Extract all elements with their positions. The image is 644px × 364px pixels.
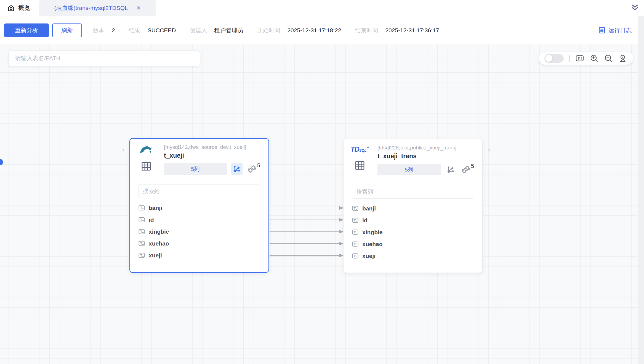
columns-count-badge[interactable]: 5列: [377, 164, 441, 175]
node-path: [tdsql228,test,public,t_xueji_trans]: [377, 145, 474, 151]
field-type-icon: [138, 204, 145, 211]
column-row[interactable]: banji: [138, 202, 260, 214]
creator-value: 租户管理员: [214, 27, 243, 34]
header-divider: [158, 144, 158, 175]
top-header: 概览 (表血缘)trans-mysql2TDSQL ✕: [0, 0, 644, 16]
toggle-knob: [545, 55, 552, 62]
collapsed-right-panel[interactable]: [638, 16, 644, 364]
refresh-button[interactable]: 刷新: [52, 23, 82, 37]
overview-nav[interactable]: 概览: [7, 0, 30, 16]
lineage-toggle-button[interactable]: [231, 163, 243, 175]
lineage-toggle-button[interactable]: [445, 163, 456, 176]
minimap-toggle[interactable]: [544, 54, 564, 63]
column-row[interactable]: xueji: [352, 250, 474, 262]
actual-size-icon[interactable]: [575, 54, 584, 63]
double-chevron-down-icon: [630, 3, 639, 12]
field-type-icon: [352, 252, 359, 259]
chain-link-icon: [461, 165, 471, 175]
link-count: 5: [257, 162, 260, 169]
field-type-icon: [138, 240, 145, 247]
analysis-toolbar: 重新分析 刷新 版本 2 结果 SUCCEED 创建人 租户管理员 开始时间 2…: [0, 16, 644, 44]
node-title: t_xueji_trans: [377, 152, 474, 160]
right-port-dot: [488, 149, 490, 151]
field-start-time: 开始时间 2025-12-31 17:18:22: [257, 27, 355, 34]
controls-divider: [569, 55, 570, 62]
lineage-arrows: [0, 44, 638, 364]
column-row[interactable]: xingbie: [138, 226, 260, 238]
related-links-button[interactable]: 5: [461, 165, 474, 175]
home-icon: [7, 4, 15, 12]
zoom-in-icon[interactable]: [590, 54, 598, 63]
run-log-label: 运行日志: [608, 27, 632, 34]
field-type-icon: [352, 241, 359, 247]
related-links-button[interactable]: 5: [247, 164, 260, 174]
node-title: t_xueji: [164, 152, 260, 159]
version-value: 2: [112, 27, 115, 34]
column-row[interactable]: xuehao: [352, 238, 474, 250]
locate-fit-icon[interactable]: [618, 54, 627, 63]
table-search-input[interactable]: [8, 50, 200, 66]
chain-link-icon: [247, 164, 257, 174]
table-grid-icon: [140, 161, 152, 172]
column-row[interactable]: id: [138, 214, 260, 226]
end-time-value: 2025-12-31 17:36:17: [385, 27, 439, 34]
columns-count-badge[interactable]: 5列: [164, 163, 227, 175]
tab-table-lineage[interactable]: (表血缘)trans-mysql2TDSQL ✕: [39, 0, 156, 16]
result-value: SUCCEED: [148, 27, 176, 34]
node-header: [mysql142,dws_source_dev,t_xueji] t_xuej…: [138, 144, 260, 175]
start-time-value: 2025-12-31 17:18:22: [287, 27, 341, 34]
column-row[interactable]: xingbie: [352, 226, 474, 238]
tdsql-logo-icon: TDSQL❖: [350, 145, 369, 153]
field-version: 版本 2: [93, 27, 129, 34]
upstream-edge-stub: [0, 159, 3, 165]
left-port-dot: [123, 149, 124, 151]
log-document-icon: [598, 27, 606, 34]
field-type-icon: [138, 228, 145, 235]
field-type-icon: [138, 252, 145, 259]
field-type-icon: [352, 205, 359, 212]
header-divider: [372, 145, 372, 176]
tab-close-icon[interactable]: ✕: [136, 5, 141, 11]
link-count: 5: [471, 163, 474, 169]
mysql-dolphin-icon: [140, 145, 153, 154]
field-creator: 创建人 租户管理员: [190, 27, 257, 34]
zoom-out-icon[interactable]: [604, 54, 613, 63]
collapse-panel-button[interactable]: [626, 0, 644, 15]
column-search-input[interactable]: [138, 184, 260, 198]
reanalyze-button[interactable]: 重新分析: [4, 23, 49, 37]
field-type-icon: [352, 217, 359, 224]
column-list: banji id xingbie xuehao xueji: [352, 202, 474, 262]
column-row[interactable]: xuehao: [138, 238, 260, 249]
table-node-t-xueji[interactable]: [mysql142,dws_source_dev,t_xueji] t_xuej…: [129, 138, 269, 273]
column-row[interactable]: xueji: [138, 249, 260, 261]
field-type-icon: [352, 229, 359, 236]
lineage-canvas[interactable]: [mysql142,dws_source_dev,t_xueji] t_xuej…: [0, 44, 638, 364]
overview-label: 概览: [18, 4, 30, 12]
field-result: 结果 SUCCEED: [129, 27, 190, 34]
field-end-time: 结束时间 2025-12-31 17:36:17: [355, 27, 453, 34]
run-log-link[interactable]: 运行日志: [598, 27, 632, 34]
table-node-t-xueji-trans[interactable]: TDSQL❖ [tdsql228,test,public,t_xueji_tra…: [343, 139, 483, 273]
table-grid-icon: [354, 160, 366, 171]
field-type-icon: [138, 216, 145, 223]
column-row[interactable]: banji: [352, 202, 474, 214]
column-row[interactable]: id: [352, 214, 474, 226]
column-search-input[interactable]: [352, 185, 474, 199]
canvas-controls: [539, 52, 633, 65]
node-header: TDSQL❖ [tdsql228,test,public,t_xueji_tra…: [352, 145, 474, 176]
tab-label: (表血缘)trans-mysql2TDSQL: [54, 4, 128, 12]
node-path: [mysql142,dws_source_dev,t_xueji]: [164, 144, 260, 150]
column-list: banji id xingbie xuehao xueji: [138, 202, 260, 261]
